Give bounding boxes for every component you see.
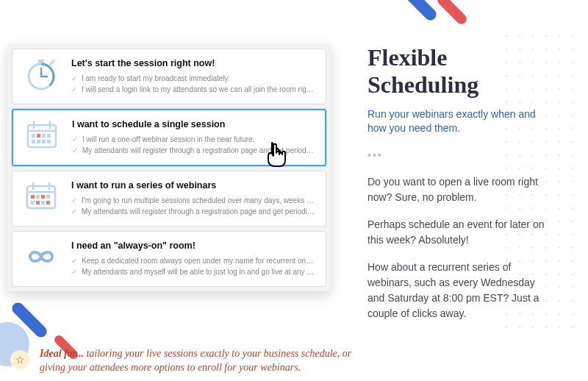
separator-dots: ••• [368,149,551,161]
svg-rect-16 [42,140,46,143]
option-title: Let's start the session right now! [71,58,315,68]
svg-rect-10 [32,134,35,138]
option-bullet: Keep a dedicated room always open under … [71,255,315,266]
svg-rect-14 [32,140,35,143]
svg-rect-28 [41,201,45,204]
option-bullets: I am ready to start my broadcast immedia… [71,73,315,95]
ideal-for-text: Ideal for... tailoring your live session… [40,347,353,375]
option-always-on[interactable]: I need an "always-on" room! Keep a dedic… [12,231,326,287]
calendar-series-icon [23,180,60,213]
info-paragraph: Do you want to open a live room right no… [368,174,551,205]
option-title: I need an "always-on" room! [71,241,315,251]
option-start-now[interactable]: Let's start the session right now! I am … [12,49,326,104]
option-bullets: I'm going to run multiple sessions sched… [71,195,315,217]
svg-rect-24 [41,195,45,199]
ideal-for-prefix: Ideal for... [40,348,84,359]
svg-rect-11 [37,134,40,138]
info-paragraph: Perhaps schedule an event for later on t… [368,217,551,248]
svg-rect-22 [31,195,35,199]
stopwatch-icon [23,58,60,90]
svg-rect-27 [36,201,40,204]
svg-rect-12 [42,134,46,138]
svg-rect-29 [46,201,50,204]
option-bullet: My attendants will register through a re… [72,145,315,156]
option-bullet: My attendants and myself will be able to… [71,266,315,277]
option-bullet: My attendants will register through a re… [71,206,315,217]
option-bullets: Keep a dedicated room always open under … [71,255,315,277]
ideal-for-callout: ☆ Ideal for... tailoring your live sessi… [7,347,353,375]
option-bullet: I will send a login link to my attendant… [71,84,315,95]
option-bullet: I'm going to run multiple sessions sched… [71,195,315,206]
options-card-stack: Let's start the session right now! I am … [7,44,331,291]
option-title: I want to schedule a single session [72,119,315,129]
ideal-for-body: tailoring your live sessions exactly to … [40,348,351,373]
option-title: I want to run a series of webinars [71,180,315,190]
svg-rect-17 [47,140,51,143]
option-bullet: I will run a one-off webinar session in … [72,134,315,145]
option-bullet: I am ready to start my broadcast immedia… [71,73,315,84]
info-panel: Flexible Scheduling Run your webinars ex… [338,0,573,381]
option-bullets: I will run a one-off webinar session in … [72,134,315,156]
svg-rect-4 [38,60,44,63]
svg-line-5 [51,61,54,64]
option-schedule-single[interactable]: I want to schedule a single session I wi… [12,109,326,166]
options-panel: Let's start the session right now! I am … [0,0,338,381]
info-paragraph: How about a recurrent series of webinars… [368,260,551,321]
svg-rect-23 [36,195,40,199]
infinity-icon [23,241,60,273]
svg-rect-13 [47,134,51,138]
calendar-single-icon [24,119,60,152]
option-series[interactable]: I want to run a series of webinars I'm g… [12,171,326,227]
page-title: Flexible Scheduling [368,44,551,99]
page-subtitle: Run your webinars exactly when and how y… [368,107,551,136]
svg-rect-15 [37,140,40,143]
svg-rect-25 [46,195,50,199]
star-icon: ☆ [10,350,29,369]
svg-rect-26 [31,201,35,204]
